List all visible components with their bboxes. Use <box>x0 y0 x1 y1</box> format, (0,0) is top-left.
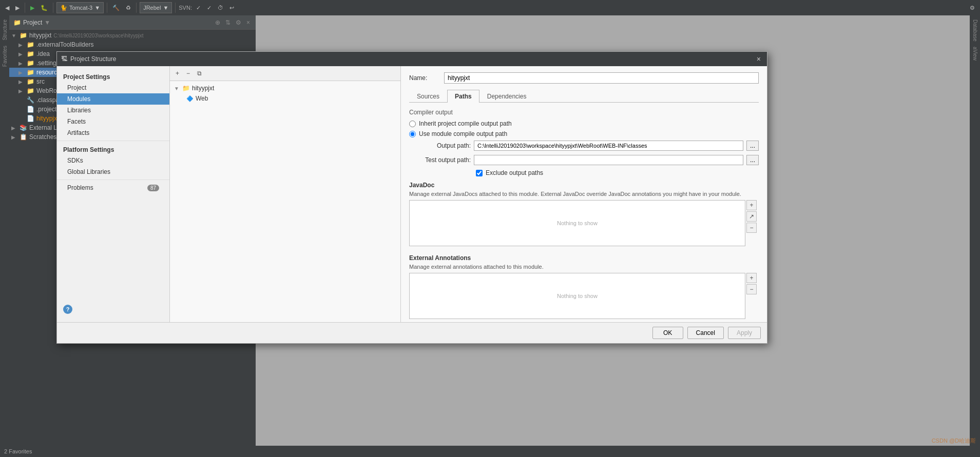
javadoc-list: Nothing to show <box>409 200 745 246</box>
test-output-path-browse-btn[interactable]: ... <box>746 155 759 165</box>
debug-btn[interactable]: 🐛 <box>39 4 50 12</box>
external-annotations-list-wrapper: Nothing to show + − <box>409 273 745 319</box>
javadoc-empty: Nothing to show <box>557 220 598 226</box>
tomcat-dropdown[interactable]: 🐈 Tomcat-3 ▼ <box>56 2 104 13</box>
run-btn[interactable]: ▶ <box>28 4 36 12</box>
cancel-button[interactable]: Cancel <box>687 327 724 339</box>
external-annotations-list: Nothing to show <box>409 273 745 319</box>
platform-settings-label: Platform Settings <box>57 143 169 155</box>
tree-item-external[interactable]: ▶ 📁 .externalToolBuilders <box>9 40 256 49</box>
svn-label: SVN: <box>179 5 192 11</box>
radio-inherit[interactable] <box>409 121 416 127</box>
exclude-checkbox-row: Exclude output paths <box>409 169 759 176</box>
external-annotations-desc: Manage external annotations attached to … <box>409 264 759 270</box>
problems-badge: 87 <box>147 185 159 191</box>
add-module-btn[interactable]: + <box>173 68 182 78</box>
svn-history-btn[interactable]: ⏱ <box>216 4 225 12</box>
watermark: CSDN @D哈迪斯 <box>932 437 976 445</box>
help-icon[interactable]: ? <box>63 305 72 314</box>
copy-module-btn[interactable]: ⧉ <box>195 68 204 78</box>
nav-item-facets[interactable]: Facets <box>57 116 169 127</box>
ext-remove-btn[interactable]: − <box>746 284 757 294</box>
middle-tree: ▼ 📁 hityypjxt 🔷 Web <box>170 81 400 322</box>
javadoc-section: JavaDoc Manage external JavaDocs attache… <box>409 182 759 246</box>
right-side-tabs: Database aView <box>970 15 980 446</box>
test-output-path-row: Test output path: ... <box>409 155 759 165</box>
structure-tab[interactable]: Structure <box>1 17 9 43</box>
apply-button[interactable]: Apply <box>728 327 761 339</box>
tabs-row: Sources Paths Dependencies <box>409 90 759 103</box>
favorites-tab[interactable]: Favorites <box>1 44 9 69</box>
status-bar: 2 Favorites <box>0 446 980 457</box>
right-content: Name: Sources Paths Dependencies Compile… <box>401 66 767 322</box>
database-tab[interactable]: Database <box>971 17 979 44</box>
rebuild-btn[interactable]: ♻ <box>124 4 133 12</box>
name-input[interactable] <box>444 72 759 84</box>
external-annotations-section: External Annotations Manage external ann… <box>409 254 759 319</box>
external-annotations-title: External Annotations <box>409 254 759 262</box>
project-gear-btn[interactable]: ⊕ <box>214 18 222 27</box>
nav-item-project[interactable]: Project <box>57 82 169 93</box>
tab-paths[interactable]: Paths <box>447 90 479 103</box>
remove-module-btn[interactable]: − <box>184 68 193 78</box>
output-path-browse-btn[interactable]: ... <box>746 141 759 151</box>
dialog-close-btn[interactable]: × <box>755 55 763 63</box>
name-field-row: Name: <box>409 72 759 84</box>
project-sort-btn[interactable]: ⇅ <box>224 18 232 27</box>
svn-revert-btn[interactable]: ↩ <box>227 4 236 12</box>
aview-tab[interactable]: aView <box>971 45 979 63</box>
middle-panel: + − ⧉ ▼ 📁 hityypjxt 🔷 Web <box>170 66 401 322</box>
radio-module[interactable] <box>409 131 416 137</box>
project-header-actions: ⊕ ⇅ ⚙ × <box>214 18 252 27</box>
middle-toolbar: + − ⧉ <box>170 66 400 81</box>
test-output-path-label: Test output path: <box>409 156 471 164</box>
javadoc-desc: Manage external JavaDocs attached to thi… <box>409 191 759 197</box>
tab-dependencies[interactable]: Dependencies <box>479 90 534 103</box>
paths-tab-content: Compiler output Inherit project compile … <box>409 109 759 322</box>
output-path-row: Output path: ... <box>409 141 759 151</box>
mid-tree-web[interactable]: 🔷 Web <box>170 93 400 104</box>
left-side-labels: Structure Favorites <box>0 15 9 457</box>
svn-commit-btn[interactable]: ✓ <box>205 4 214 12</box>
output-path-input[interactable] <box>474 141 743 151</box>
nav-item-global-libraries[interactable]: Global Libraries <box>57 166 169 177</box>
nav-divider-1 <box>57 141 169 141</box>
settings-btn[interactable]: ⚙ <box>968 4 977 12</box>
nav-item-libraries[interactable]: Libraries <box>57 105 169 116</box>
forward-btn[interactable]: ▶ <box>13 4 22 12</box>
nav-item-problems[interactable]: Problems 87 <box>57 182 169 193</box>
project-settings-label: Project Settings <box>57 70 169 82</box>
nav-item-modules[interactable]: Modules <box>57 93 169 105</box>
project-settings-btn[interactable]: ⚙ <box>234 18 243 27</box>
build-btn[interactable]: 🔨 <box>110 4 122 12</box>
mid-tree-hityypjxt[interactable]: ▼ 📁 hityypjxt <box>170 83 400 93</box>
status-text: 2 Favorites <box>4 448 32 454</box>
project-close-btn[interactable]: × <box>245 18 252 27</box>
javadoc-add-btn[interactable]: + <box>746 200 757 210</box>
top-toolbar: ◀ ▶ ▶ 🐛 🐈 Tomcat-3 ▼ 🔨 ♻ JRebel ▼ SVN: ✓… <box>0 0 980 15</box>
back-btn[interactable]: ◀ <box>3 4 11 12</box>
tab-sources[interactable]: Sources <box>409 90 447 103</box>
dialog-title: 🏗 Project Structure <box>61 55 116 63</box>
tree-item-hityypjxt[interactable]: ▼ 📁 hityypjxt C:\IntelliJ20190203\worksp… <box>9 31 256 40</box>
nav-item-artifacts[interactable]: Artifacts <box>57 127 169 138</box>
left-nav: Project Settings Project Modules Librari… <box>57 66 170 322</box>
external-annotations-empty: Nothing to show <box>557 293 598 299</box>
jrebel-dropdown[interactable]: JRebel ▼ <box>140 2 172 13</box>
output-path-label: Output path: <box>409 142 471 149</box>
javadoc-edit-btn[interactable]: ↗ <box>746 211 757 222</box>
javadoc-remove-btn[interactable]: − <box>746 223 757 233</box>
exclude-checkbox[interactable] <box>476 170 483 176</box>
ok-button[interactable]: OK <box>652 327 683 339</box>
dialog-body: Project Settings Project Modules Librari… <box>57 66 767 322</box>
test-output-path-input[interactable] <box>474 155 743 165</box>
external-annotations-actions: + − <box>746 273 757 294</box>
project-structure-dialog: 🏗 Project Structure × Project Settings P… <box>56 51 767 344</box>
dialog-footer: OK Cancel Apply <box>57 322 767 343</box>
name-label: Name: <box>409 74 440 82</box>
radio-module-row: Use module compile output path <box>409 130 759 137</box>
ext-add-btn[interactable]: + <box>746 273 757 283</box>
nav-item-sdks[interactable]: SDKs <box>57 155 169 166</box>
javadoc-actions: + ↗ − <box>746 200 757 233</box>
svn-update-btn[interactable]: ✓ <box>194 4 203 12</box>
